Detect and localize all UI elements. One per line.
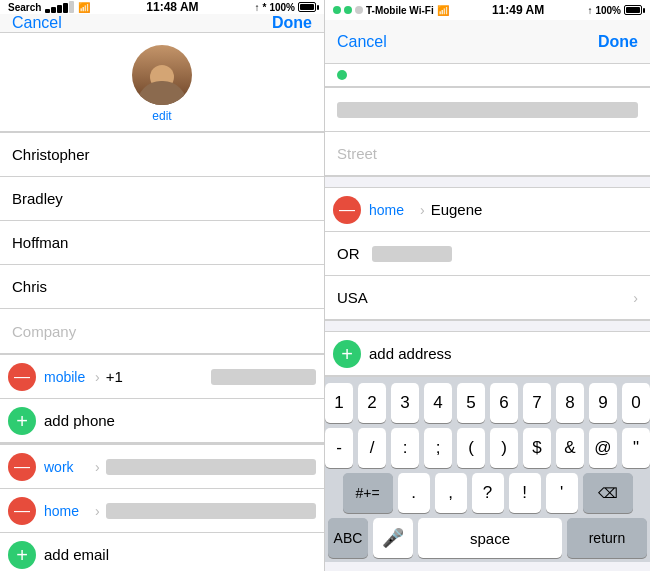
key-0[interactable]: 0 [622,383,650,423]
right-status-left: T-Mobile Wi-Fi 📶 [333,5,449,16]
key-period[interactable]: . [398,473,430,513]
key-mic[interactable]: 🎤 [373,518,413,558]
key-3[interactable]: 3 [391,383,419,423]
remove-mobile-button[interactable] [8,363,36,391]
key-return[interactable]: return [567,518,647,558]
home-chevron: › [95,503,100,519]
key-abc[interactable]: ABC [328,518,368,558]
keyboard-row-3: #+= . , ? ! ' ⌫ [328,473,647,513]
add-email-button[interactable] [8,541,36,569]
remove-home-button[interactable] [8,497,36,525]
key-4[interactable]: 4 [424,383,452,423]
key-6[interactable]: 6 [490,383,518,423]
keyboard-row-4: ABC 🎤 space return [328,518,647,558]
street-row: Street [325,132,650,176]
keyboard-row-1: 1 2 3 4 5 6 7 8 9 0 [328,383,647,423]
add-email-row: add email [0,533,324,571]
key-quote[interactable]: " [622,428,650,468]
remove-work-button[interactable] [8,453,36,481]
left-carrier: Search [8,2,41,13]
right-carrier: T-Mobile Wi-Fi [366,5,434,16]
nickname-input[interactable] [12,268,312,305]
address-blur-row [325,88,650,132]
left-panel: Search 📶 11:48 AM ↑ * 100% Cancel Done [0,0,325,571]
right-status-bar: T-Mobile Wi-Fi 📶 11:49 AM ↑ 100% [325,0,650,20]
first-name-row [0,133,324,177]
name-section: Company [0,132,324,354]
key-exclaim[interactable]: ! [509,473,541,513]
carrier-dot3 [355,6,363,14]
left-time: 11:48 AM [146,0,198,14]
mobile-chevron: › [95,369,100,385]
last-name-input[interactable] [12,180,312,217]
phone-section: mobile › +1 add phone [0,354,324,444]
key-at[interactable]: @ [589,428,617,468]
key-semicolon[interactable]: ; [424,428,452,468]
key-lparen[interactable]: ( [457,428,485,468]
home-label: home [44,503,89,519]
bluetooth-icon: * [263,2,267,13]
first-name-input[interactable] [12,136,312,173]
mobile-value-blur [211,369,316,385]
key-1[interactable]: 1 [325,383,353,423]
key-9[interactable]: 9 [589,383,617,423]
add-address-button[interactable] [333,340,361,368]
home-address-chevron: › [420,202,425,218]
remove-home-address-button[interactable] [333,196,361,224]
suffix-input[interactable] [12,224,312,261]
backspace-button[interactable]: ⌫ [583,473,633,513]
left-done-button[interactable]: Done [272,14,312,32]
key-hashplus[interactable]: #+= [343,473,393,513]
key-space[interactable]: space [418,518,562,558]
add-phone-button[interactable] [8,407,36,435]
key-8[interactable]: 8 [556,383,584,423]
home-value-blur [106,503,316,519]
key-amp[interactable]: & [556,428,584,468]
mobile-value: +1 [106,368,211,385]
address-section: Street [325,87,650,177]
mobile-phone-row: mobile › +1 [0,355,324,399]
avatar[interactable] [132,45,192,105]
right-cancel-button[interactable]: Cancel [337,33,387,51]
edit-avatar-button[interactable]: edit [152,109,171,123]
key-question[interactable]: ? [472,473,504,513]
green-dot-section [325,64,650,87]
right-done-button[interactable]: Done [598,33,638,51]
work-email-row: work › [0,445,324,489]
key-dash[interactable]: - [325,428,353,468]
key-dollar[interactable]: $ [523,428,551,468]
green-status-dot [337,70,347,80]
wifi-icon: 📶 [78,2,90,13]
company-row: Company [0,309,324,353]
home-address-section: home › Eugene OR USA › [325,187,650,321]
key-rparen[interactable]: ) [490,428,518,468]
country-row: USA › [325,276,650,320]
profile-section: edit [0,33,324,132]
arrow-icon: ↑ [255,2,260,13]
carrier-dot2 [344,6,352,14]
left-battery-icon [298,2,316,12]
home-email-row: home › [0,489,324,533]
key-apostrophe[interactable]: ' [546,473,578,513]
keyboard-row-2: - / : ; ( ) $ & @ " [328,428,647,468]
mobile-label: mobile [44,369,89,385]
key-2[interactable]: 2 [358,383,386,423]
key-comma[interactable]: , [435,473,467,513]
key-slash[interactable]: / [358,428,386,468]
street-placeholder: Street [337,145,377,162]
right-status-right: ↑ 100% [587,5,642,16]
work-chevron: › [95,459,100,475]
right-time: 11:49 AM [492,3,544,17]
address-blur [337,102,638,118]
arrow-icon-right: ↑ [587,5,592,16]
add-email-label: add email [44,546,109,563]
key-7[interactable]: 7 [523,383,551,423]
home-address-label: home [369,202,414,218]
left-cancel-button[interactable]: Cancel [12,14,62,32]
key-5[interactable]: 5 [457,383,485,423]
add-address-row: add address [325,332,650,376]
left-nav-bar: Cancel Done [0,14,324,33]
carrier-dot [333,6,341,14]
right-battery: 100% [595,5,621,16]
key-colon[interactable]: : [391,428,419,468]
